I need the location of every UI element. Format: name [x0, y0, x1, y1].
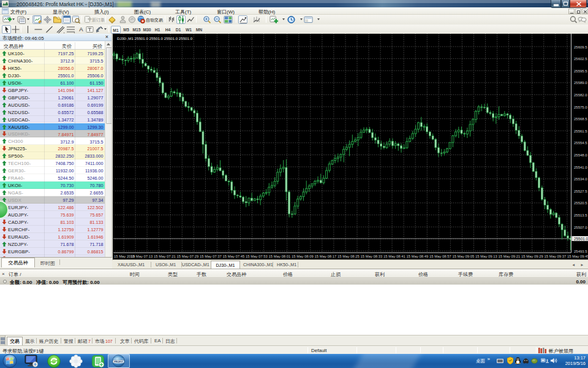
- svg-text:15 May 08:49: 15 May 08:49: [407, 255, 429, 258]
- svg-text:15 May 09:05: 15 May 09:05: [453, 255, 475, 258]
- svg-text:15 May 08:09: 15 May 08:09: [292, 255, 314, 258]
- svg-text:15 May 07:37: 15 May 07:37: [200, 255, 222, 258]
- svg-text:25561.5: 25561.5: [574, 129, 587, 133]
- svg-text:15 May 08:01: 15 May 08:01: [269, 255, 291, 258]
- svg-text:15 May 07:29: 15 May 07:29: [177, 255, 199, 258]
- svg-text:25520.5: 25520.5: [574, 201, 587, 205]
- svg-text:25602.5: 25602.5: [574, 57, 587, 61]
- svg-text:15 May 08:25: 15 May 08:25: [337, 255, 360, 258]
- svg-text:15 May 07:21: 15 May 07:21: [154, 255, 176, 258]
- svg-text:25595.5: 25595.5: [574, 69, 587, 73]
- svg-text:25534.0: 25534.0: [574, 177, 587, 181]
- svg-text:25513.5: 25513.5: [574, 213, 587, 217]
- svg-text:15 May 09:45: 15 May 09:45: [567, 255, 588, 258]
- svg-text:15 May 08:17: 15 May 08:17: [315, 255, 337, 258]
- svg-text:25568.5: 25568.5: [574, 117, 587, 121]
- svg-text:25493.5: 25493.5: [574, 250, 587, 253]
- svg-text:15 May 09:29: 15 May 09:29: [521, 255, 543, 258]
- svg-text:15 May 09:13: 15 May 09:13: [475, 255, 497, 258]
- svg-text:25527.5: 25527.5: [574, 190, 587, 193]
- svg-text:15 May 09:21: 15 May 09:21: [499, 255, 521, 258]
- svg-text:15 May 08:41: 15 May 08:41: [383, 255, 405, 258]
- svg-text:25501.0: 25501.0: [574, 237, 588, 241]
- svg-text:25589.0: 25589.0: [574, 81, 587, 85]
- svg-text:PROFIT: PROFIT: [114, 360, 123, 363]
- svg-text:25582.0: 25582.0: [574, 93, 587, 97]
- svg-text:25554.5: 25554.5: [574, 141, 587, 145]
- svg-text:15 May 09:37: 15 May 09:37: [545, 255, 567, 258]
- svg-text:25507.0: 25507.0: [574, 226, 587, 229]
- svg-text:25575.0: 25575.0: [574, 105, 587, 109]
- svg-text:15 May 08:33: 15 May 08:33: [361, 255, 383, 258]
- svg-text:15 May 07:53: 15 May 07:53: [246, 255, 268, 258]
- svg-text:15 May 07:45: 15 May 07:45: [223, 255, 245, 258]
- svg-text:25609.5: 25609.5: [574, 45, 587, 49]
- svg-text:25548.0: 25548.0: [574, 153, 587, 157]
- svg-text:15 May 07:13: 15 May 07:13: [131, 255, 153, 258]
- svg-text:25541.0: 25541.0: [574, 166, 587, 169]
- svg-text:DJ30-,M1 25501.0 25501.0 2550: DJ30-,M1 25501.0 25501.0 25501.0 25501.0: [117, 36, 193, 40]
- svg-text:15 May 08:57: 15 May 08:57: [429, 255, 451, 258]
